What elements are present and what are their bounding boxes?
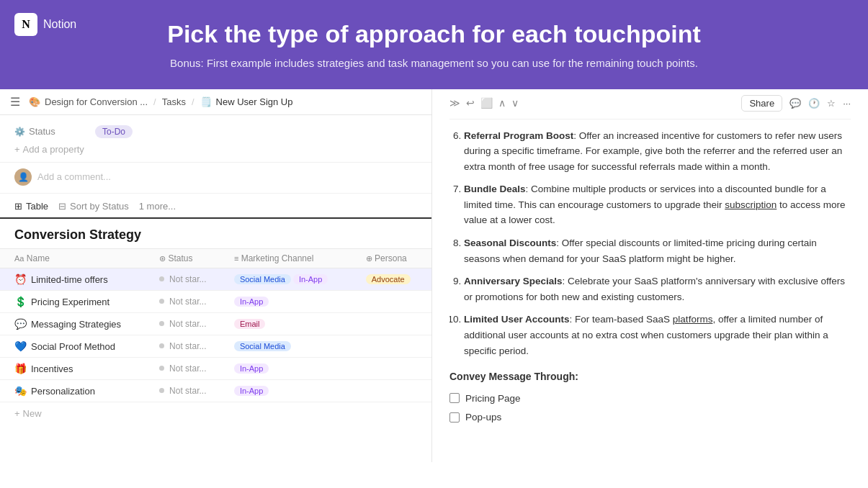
list-item: Seasonal Discounts: Offer special discou… (464, 235, 851, 266)
row-status: Not star... (151, 335, 225, 357)
table-view-button[interactable]: ⊞ Table (14, 201, 48, 219)
status-property: ⚙️ Status To-Do (14, 122, 417, 141)
row-name: 💲Pricing Experiment (0, 290, 151, 312)
row-status: Not star... (151, 357, 225, 379)
table-row[interactable]: 🎭Personalization Not star... In-App (0, 379, 431, 402)
row-status: Not star... (151, 312, 225, 335)
plus-icon-new: + (14, 408, 20, 419)
row-icon: 💬 (14, 318, 27, 330)
logo: N Notion (14, 13, 76, 36)
checkbox[interactable] (449, 393, 460, 403)
down-icon[interactable]: ∨ (511, 97, 519, 109)
share-button[interactable]: Share (741, 95, 782, 112)
row-icon: 🎁 (14, 363, 27, 374)
comment-area: 👤 Add a comment... (0, 163, 431, 194)
row-persona (357, 290, 431, 312)
avatar: 👤 (14, 168, 32, 186)
channel-tag: In-App (234, 297, 269, 307)
row-icon: 🎭 (14, 385, 27, 397)
logo-text: Notion (43, 18, 76, 31)
list-item: Anniversary Specials: Celebrate your Saa… (464, 274, 851, 304)
page-title: Pick the type of approach for each touch… (14, 20, 854, 48)
checkbox[interactable] (449, 412, 460, 423)
section-title: Convey Message Through: (449, 369, 851, 384)
sort-icon: ⊟ (58, 201, 66, 212)
row-name: 🎁Incentives (0, 357, 151, 379)
persona-tag: Advocate (366, 274, 411, 284)
add-new-button[interactable]: + New (0, 402, 431, 425)
breadcrumb-page[interactable]: New User Sign Up (216, 96, 293, 107)
row-status: Not star... (151, 268, 225, 290)
row-channels: In-App (225, 379, 357, 402)
col-status: ⊛ Status (151, 248, 225, 268)
breadcrumb-workspace[interactable]: Design for Conversion ... (45, 96, 148, 107)
breadcrumb-sep-2: / (192, 96, 194, 107)
row-icon: ⏰ (14, 274, 27, 285)
breadcrumb-sep-1: / (153, 96, 156, 107)
channel-tag: Social Media (234, 274, 291, 284)
collapse-icon[interactable]: ≫ (449, 97, 460, 109)
properties-area: ⚙️ Status To-Do + Add a property (0, 115, 431, 163)
row-icon: 💲 (14, 296, 27, 307)
checkbox-item: Pop-ups (449, 410, 851, 425)
more-options-button[interactable]: 1 more... (139, 201, 176, 212)
table-row[interactable]: 💙Social Proof Method Not star... Social … (0, 335, 431, 357)
row-persona (357, 312, 431, 335)
comment-placeholder[interactable]: Add a comment... (37, 171, 111, 182)
left-panel: ☰ 🎨 Design for Conversion ... / Tasks / … (0, 89, 432, 462)
list-item: Limited User Accounts: For team-based Sa… (464, 312, 851, 358)
status-label: ⚙️ Status (14, 126, 86, 137)
comment-icon[interactable]: 💬 (789, 98, 801, 109)
back-icon[interactable]: ↩ (466, 97, 475, 109)
row-channels: In-App (225, 357, 357, 379)
table-row[interactable]: 🎁Incentives Not star... In-App (0, 357, 431, 379)
row-persona (357, 357, 431, 379)
row-channels: In-App (225, 290, 357, 312)
page-icon: 🗒️ (200, 96, 212, 107)
table-row[interactable]: ⏰Limited-time offers Not star... Social … (0, 268, 431, 290)
row-icon: 💙 (14, 340, 27, 352)
right-top-bar: ≫ ↩ ⬜ ∧ ∨ Share 💬 🕐 ☆ ··· (449, 89, 851, 119)
channel-tag: In-App (234, 363, 269, 374)
history-icon[interactable]: 🕐 (808, 98, 820, 109)
right-panel: ≫ ↩ ⬜ ∧ ∨ Share 💬 🕐 ☆ ··· Referral Progr… (432, 89, 868, 462)
link-subscription[interactable]: subscription (725, 199, 777, 210)
row-name: 💙Social Proof Method (0, 335, 151, 357)
checkbox-item: Pricing Page (449, 391, 851, 407)
right-actions: Share 💬 🕐 ☆ ··· (741, 95, 851, 112)
up-icon[interactable]: ∧ (498, 97, 506, 109)
table-row[interactable]: 💬Messaging Strategies Not star... Email (0, 312, 431, 335)
breadcrumb-tasks[interactable]: Tasks (162, 96, 186, 107)
col-channel: ≡ Marketing Channel (225, 248, 357, 268)
sort-button[interactable]: ⊟ Sort by Status (58, 201, 129, 212)
checkbox-item: Banners (449, 429, 851, 430)
channel-tag: Email (234, 319, 266, 329)
item-bold: Bundle Deals (464, 184, 526, 194)
row-channels: Social Media (225, 335, 357, 357)
more-icon[interactable]: ··· (843, 98, 851, 109)
plus-icon: + (14, 144, 20, 155)
table-title: Conversion Strategy (0, 219, 431, 248)
row-status: Not star... (151, 379, 225, 402)
checkbox-label: Banners (465, 429, 501, 430)
link-platforms[interactable]: platforms (673, 314, 713, 325)
row-name: 💬Messaging Strategies (0, 312, 151, 335)
row-channels: Email (225, 312, 357, 335)
channel-tag: Social Media (234, 341, 291, 351)
row-persona (357, 335, 431, 357)
list-item: Referral Program Boost: Offer an increas… (464, 128, 851, 175)
table-row[interactable]: 💲Pricing Experiment Not star... In-App (0, 290, 431, 312)
channel-tag: In-App (293, 274, 328, 284)
checkbox-label: Pricing Page (465, 391, 521, 407)
top-bar: ☰ 🎨 Design for Conversion ... / Tasks / … (0, 89, 431, 115)
content-body: Referral Program Boost: Offer an increas… (449, 128, 851, 430)
table-header-row: Aa Name ⊛ Status ≡ Marketing Channel ⊕ P… (0, 248, 431, 268)
add-property-button[interactable]: + Add a property (14, 141, 417, 158)
layout-icon[interactable]: ⬜ (480, 97, 493, 109)
star-icon[interactable]: ☆ (827, 98, 836, 109)
row-status: Not star... (151, 290, 225, 312)
menu-icon[interactable]: ☰ (10, 95, 20, 109)
status-badge[interactable]: To-Do (95, 125, 133, 138)
list-item: Bundle Deals: Combine multiple products … (464, 181, 851, 228)
channel-tag: In-App (234, 386, 269, 396)
